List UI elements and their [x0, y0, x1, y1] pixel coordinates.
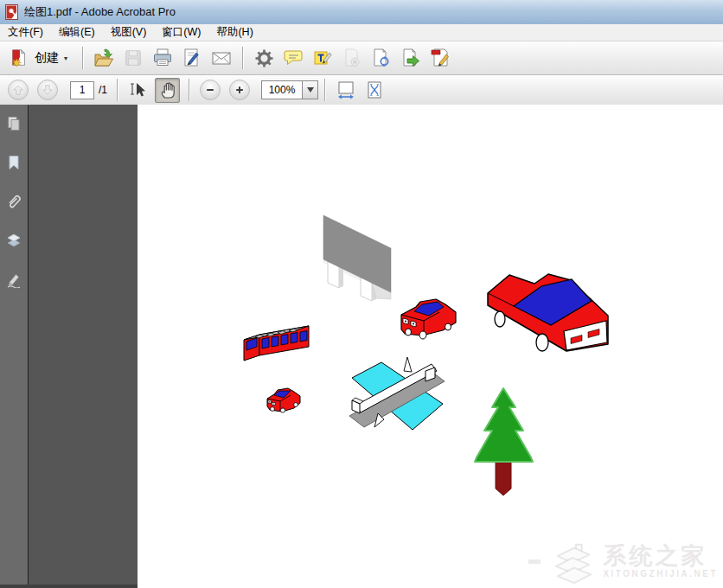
titlebar[interactable]: 绘图1.pdf - Adobe Acrobat Pro [0, 0, 723, 24]
select-tool-button[interactable] [126, 79, 150, 102]
fit-width-icon [336, 80, 356, 100]
next-page-button[interactable] [37, 80, 58, 100]
watermark: 系统之家 XITONGZHIJIA.NET [528, 538, 718, 585]
edit-document-icon [429, 47, 451, 69]
page-up-icon [10, 82, 26, 98]
layers-icon [5, 232, 22, 249]
page-number-input[interactable] [70, 81, 94, 99]
select-tool-icon [128, 80, 149, 100]
previous-page-button[interactable] [8, 80, 29, 100]
document-canvas[interactable]: 系统之家 XITONGZHIJIA.NET [29, 105, 723, 588]
signatures-button[interactable] [3, 269, 24, 290]
preferences-button[interactable] [251, 45, 277, 71]
attachments-button[interactable] [3, 191, 24, 212]
acrobat-window: 绘图1.pdf - Adobe Acrobat Pro 文件(F) 编辑(E) … [0, 0, 723, 588]
toolbar-separator [82, 47, 83, 69]
print-icon [151, 47, 174, 69]
plus-icon [233, 83, 246, 97]
open-button[interactable] [91, 45, 117, 71]
create-pdf-icon [9, 48, 29, 68]
edit-document-button[interactable] [427, 45, 453, 71]
save-floppy-icon [123, 48, 144, 68]
page-thumbnails-button[interactable] [3, 113, 24, 134]
export-document-button[interactable] [398, 45, 424, 71]
zoom-level-value[interactable]: 100% [262, 81, 302, 99]
highlight-text-button[interactable] [310, 45, 336, 71]
clipart-pine-tree [475, 388, 533, 495]
create-pdf-label: 创建 [35, 50, 59, 66]
create-pdf-button[interactable]: 创建 ▾ [3, 46, 76, 70]
zoom-in-button[interactable] [229, 80, 250, 100]
bookmark-icon [5, 154, 22, 171]
menu-file[interactable]: 文件(F) [0, 24, 51, 41]
zoom-out-button[interactable] [200, 80, 221, 100]
zoom-dropdown-button[interactable] [302, 81, 317, 99]
sign-document-icon [181, 47, 203, 69]
page-count-label: /1 [99, 84, 107, 96]
menu-help[interactable]: 帮助(H) [208, 24, 260, 41]
sign-document-button[interactable] [179, 45, 205, 71]
menu-view[interactable]: 视图(V) [103, 24, 155, 41]
page-down-icon [40, 82, 55, 98]
export-arrow-icon [400, 47, 422, 69]
hand-tool-icon [157, 80, 178, 100]
clipart-road-crossing [349, 357, 445, 430]
window-bottom-edge [0, 585, 138, 588]
bookmarks-button[interactable] [3, 152, 24, 173]
clipart-tiny-red-car [267, 388, 300, 412]
main-toolbar: 创建 ▾ [0, 42, 723, 75]
hand-tool-button[interactable] [155, 78, 180, 103]
highlight-text-icon [311, 47, 334, 69]
email-button[interactable] [208, 45, 234, 71]
print-button[interactable] [150, 45, 176, 71]
menu-bar: 文件(F) 编辑(E) 视图(V) 窗口(W) 帮助(H) [0, 24, 723, 42]
clipart-small-red-car [401, 299, 456, 339]
document-refresh-icon [370, 47, 393, 69]
signature-icon [5, 271, 22, 288]
open-folder-icon [93, 47, 115, 69]
toolbar-separator [324, 79, 325, 101]
clipart-big-red-car [488, 274, 608, 351]
watermark-house-logo [547, 538, 598, 585]
main-area: 系统之家 XITONGZHIJIA.NET [0, 105, 723, 588]
zoom-level-control: 100% [261, 80, 318, 99]
paperclip-icon [5, 193, 22, 210]
document-processing-button[interactable] [368, 45, 394, 71]
watermark-subtitle: XITONGZHIJIA.NET [603, 570, 718, 579]
email-envelope-icon [210, 47, 233, 69]
watermark-title: 系统之家 [603, 544, 718, 568]
window-title: 绘图1.pdf - Adobe Acrobat Pro [24, 4, 176, 20]
comment-button[interactable] [280, 45, 306, 71]
fit-page-icon [364, 80, 385, 100]
delete-pages-button[interactable] [339, 45, 365, 71]
clipart-gray-bridge [323, 215, 391, 301]
clipart-red-bus [244, 326, 309, 361]
fit-page-button[interactable] [362, 79, 386, 102]
navigation-panel-strip [0, 105, 29, 588]
gear-icon [253, 48, 275, 69]
pdf-page[interactable]: 系统之家 XITONGZHIJIA.NET [138, 105, 723, 588]
create-caret-icon: ▾ [64, 54, 67, 62]
chevron-down-icon [307, 87, 314, 93]
minus-icon [203, 83, 217, 97]
pdf-drawing [138, 105, 723, 588]
toolbar-separator [117, 79, 118, 101]
page-thumbnails-icon [5, 115, 22, 132]
navigation-toolbar: /1 [0, 75, 723, 105]
toolbar-separator [189, 79, 189, 101]
delete-page-icon [341, 47, 363, 69]
fit-width-button[interactable] [334, 79, 357, 102]
toolbar-separator [242, 47, 243, 69]
comment-bubble-icon [282, 47, 304, 69]
watermark-dash [528, 559, 541, 564]
watermark-text: 系统之家 XITONGZHIJIA.NET [603, 544, 718, 579]
layers-button[interactable] [3, 230, 24, 251]
save-button[interactable] [120, 45, 146, 71]
menu-edit[interactable]: 编辑(E) [51, 24, 103, 41]
menu-window[interactable]: 窗口(W) [154, 24, 208, 41]
pdf-app-icon [4, 4, 19, 20]
